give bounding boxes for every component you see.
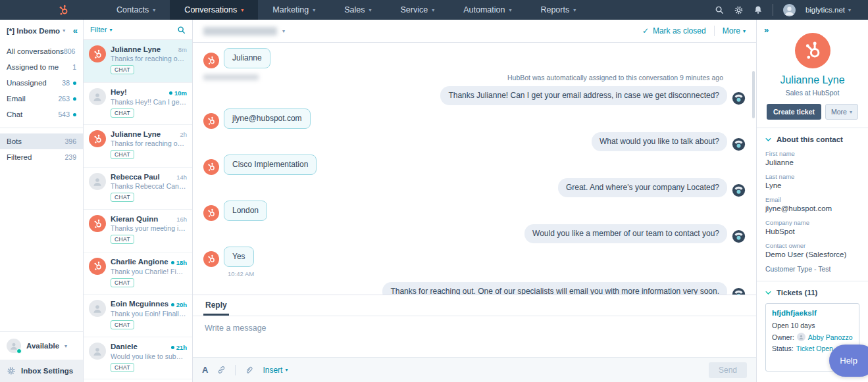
field-value[interactable]: Julianne xyxy=(765,158,859,166)
availability-label: Available xyxy=(26,342,59,350)
about-contact-section-toggle[interactable]: About this contact xyxy=(765,135,859,143)
nav-item-contacts[interactable]: Contacts ▾ xyxy=(102,0,170,20)
caret-down-icon: ▾ xyxy=(369,7,371,13)
sidebar-item-count: 1 xyxy=(72,63,76,71)
contact-avatar xyxy=(89,173,106,190)
conversation-list-item[interactable]: Charlie Angione18h Thank you Charlie! Fi… xyxy=(84,252,192,295)
field-value[interactable]: Demo User (Salesforce) xyxy=(765,251,859,258)
channel-tag: CHAT xyxy=(111,363,134,372)
nav-item-reports[interactable]: Reports ▾ xyxy=(526,0,590,20)
conversation-list-item[interactable]: Kieran Quinn16h Thanks your meeting is c… xyxy=(84,210,192,252)
more-label: More xyxy=(723,26,740,36)
hubbot-avatar xyxy=(732,137,746,151)
message-preview: Thank you Eoin! Finally, please d... xyxy=(111,310,187,318)
sidebar-item-count: 38 xyxy=(62,79,70,87)
nav-item-service[interactable]: Service ▾ xyxy=(386,0,449,20)
hubspot-sprocket-avatar xyxy=(89,258,106,275)
owner-avatar xyxy=(797,333,805,341)
link-icon[interactable] xyxy=(217,365,226,375)
conversation-list-item[interactable]: Eoin Mcguinness20h Thank you Eoin! Final… xyxy=(84,295,192,337)
paperclip-icon[interactable] xyxy=(244,365,254,375)
sidebar-item-email[interactable]: Email 263 xyxy=(0,91,83,107)
conversation-list-item[interactable]: Julianne Lyne8m Thanks for reaching out.… xyxy=(84,40,192,83)
collapse-sidebar-icon[interactable]: « xyxy=(73,26,78,36)
conversation-list-item[interactable]: Rebecca Paul14h Thanks Rebecca! Can I ge… xyxy=(84,168,192,210)
inbox-switcher[interactable]: [*] Inbox Demo ▾ « xyxy=(0,20,83,41)
sidebar-item-assigned-to-me[interactable]: Assigned to me 1 xyxy=(0,59,83,75)
sidebar-item-unassigned[interactable]: Unassigned 38 xyxy=(0,75,83,91)
ticket-owner-link[interactable]: Abby Panozzo xyxy=(808,333,853,341)
filter-dropdown[interactable]: Filter ▾ xyxy=(90,26,113,34)
status-label: Status: xyxy=(772,345,794,352)
channel-tag: CHAT xyxy=(111,193,134,202)
field-label: First name xyxy=(765,150,859,157)
sidebar-item-label: Assigned to me xyxy=(7,63,72,71)
caret-down-icon: ▾ xyxy=(850,109,852,115)
insert-dropdown[interactable]: Insert ▾ xyxy=(263,366,288,375)
main-area: [*] Inbox Demo ▾ « All conversations 806… xyxy=(0,20,868,382)
inbox-settings-label: Inbox Settings xyxy=(21,367,73,375)
search-icon[interactable] xyxy=(715,5,724,14)
reply-toolbar: A Insert ▾ Se xyxy=(193,357,756,382)
nav-label: Sales xyxy=(344,5,365,14)
channel-tag: CHAT xyxy=(111,65,134,74)
nav-item-conversations[interactable]: Conversations ▾ xyxy=(170,0,258,20)
conversation-list-item[interactable]: Daniele21h Would you like to submit a ti… xyxy=(84,337,192,380)
field-value[interactable]: jlyne@hubspot.com xyxy=(765,204,859,212)
contact-field: Contact owner Demo User (Salesforce) xyxy=(765,242,859,258)
tickets-section-toggle[interactable]: Tickets (11) xyxy=(765,289,859,297)
nav-label: Marketing xyxy=(272,5,309,14)
nav-item-automation[interactable]: Automation ▾ xyxy=(449,0,526,20)
search-icon[interactable] xyxy=(177,26,186,34)
owner-label: Owner: xyxy=(772,333,794,341)
collapse-panel-icon[interactable]: » xyxy=(764,25,769,35)
conversation-list-item[interactable]: Julianne Lyne2h Thanks for reaching out.… xyxy=(84,125,192,168)
sidebar-item-count: 239 xyxy=(64,153,76,161)
message-preview: Thanks Hey!! Can I get your email... xyxy=(111,98,187,106)
sidebar-item-filtered[interactable]: Filtered 239 xyxy=(0,149,83,165)
nav-item-sales[interactable]: Sales ▾ xyxy=(330,0,386,20)
redacted-contact-name[interactable] xyxy=(203,27,277,36)
conversation-time: 21h xyxy=(171,344,187,351)
gear-icon[interactable] xyxy=(734,5,744,15)
sidebar-item-all-conversations[interactable]: All conversations 806 xyxy=(0,43,83,59)
contact-field: Last name Lyne xyxy=(765,173,859,189)
contact-more-button[interactable]: More ▾ xyxy=(825,104,858,120)
hubspot-sprocket-avatar xyxy=(89,215,106,232)
field-value[interactable]: HubSpot xyxy=(765,227,859,235)
sidebar-item-bots[interactable]: Bots 396 xyxy=(0,133,83,149)
tab-reply[interactable]: Reply xyxy=(203,295,229,316)
sidebar-item-chat[interactable]: Chat 543 xyxy=(0,107,83,122)
send-button[interactable]: Send xyxy=(709,362,747,378)
hubspot-logo-icon[interactable] xyxy=(58,5,69,16)
more-actions-button[interactable]: More ▾ xyxy=(723,26,746,36)
contact-name: Kieran Quinn xyxy=(111,215,174,223)
nav-label: Reports xyxy=(540,5,569,14)
unread-dot xyxy=(73,97,76,101)
scrollbar-thumb[interactable] xyxy=(752,71,755,118)
availability-toggle[interactable]: Available ▾ xyxy=(0,332,83,360)
hubspot-sprocket-avatar xyxy=(203,159,219,175)
text-format-icon[interactable]: A xyxy=(202,365,208,375)
notifications-bell-icon[interactable] xyxy=(753,5,763,14)
inbox-settings-button[interactable]: Inbox Settings xyxy=(0,360,83,382)
account-menu[interactable]: biglytics.net ▾ xyxy=(805,6,851,14)
visitor-message-row: Yes xyxy=(203,247,746,267)
create-ticket-button[interactable]: Create ticket xyxy=(767,104,821,120)
mark-as-closed-button[interactable]: ✓ Mark as closed xyxy=(642,26,706,36)
field-value[interactable]: Lyne xyxy=(765,181,859,189)
contact-name-link[interactable]: Julianne Lyne xyxy=(765,74,859,86)
conversation-list-item[interactable]: Hey!10m Thanks Hey!! Can I get your emai… xyxy=(84,83,192,126)
user-avatar[interactable] xyxy=(783,4,796,16)
ticket-status-dropdown[interactable]: Ticket Open xyxy=(796,345,833,352)
visitor-message-row: jlyne@hubspot.com xyxy=(203,108,746,129)
message-input[interactable] xyxy=(203,322,746,357)
nav-item-marketing[interactable]: Marketing ▾ xyxy=(258,0,330,20)
ticket-name-link[interactable]: hfjdhfjaekslf xyxy=(772,309,853,317)
section-title: Tickets (11) xyxy=(777,289,817,297)
field-label: Contact owner xyxy=(765,242,859,249)
help-button[interactable]: Help xyxy=(829,345,868,377)
contact-name: Rebecca Paul xyxy=(111,173,174,181)
message-preview: Thanks Rebecca! Can I get your e... xyxy=(111,182,187,190)
message-preview: Would you like to submit a ticket? xyxy=(111,352,187,360)
